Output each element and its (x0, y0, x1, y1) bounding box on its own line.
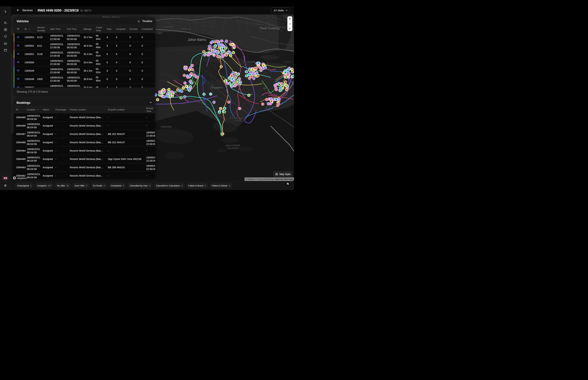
svg-text:2: 2 (273, 99, 274, 101)
svg-text:2: 2 (292, 71, 293, 73)
svg-text:2: 2 (204, 93, 205, 95)
svg-text:4: 4 (169, 88, 170, 91)
svg-text:3: 3 (263, 64, 264, 67)
svg-text:2: 2 (248, 74, 250, 76)
svg-text:2: 2 (213, 101, 214, 103)
svg-text:2: 2 (214, 49, 215, 51)
svg-text:2: 2 (259, 66, 260, 68)
svg-text:2: 2 (221, 40, 222, 42)
svg-text:2: 2 (281, 83, 282, 85)
svg-text:2: 2 (191, 73, 192, 75)
svg-text:2: 2 (164, 96, 165, 98)
svg-text:3: 3 (184, 96, 185, 98)
svg-text:LARKIN: LARKIN (181, 28, 191, 30)
svg-text:4: 4 (166, 95, 168, 97)
svg-text:2: 2 (210, 93, 211, 95)
svg-text:2: 2 (220, 45, 221, 47)
svg-text:4: 4 (184, 82, 186, 84)
svg-text:3: 3 (226, 54, 227, 56)
svg-text:2: 2 (253, 77, 254, 79)
svg-text:JURONG: JURONG (161, 126, 172, 128)
svg-text:5: 5 (233, 80, 234, 82)
svg-text:4: 4 (234, 45, 235, 47)
svg-text:3: 3 (249, 69, 250, 71)
svg-text:2: 2 (239, 108, 240, 110)
svg-text:2: 2 (227, 82, 228, 84)
svg-text:3: 3 (286, 76, 287, 78)
svg-text:2: 2 (263, 68, 264, 70)
svg-text:2: 2 (219, 111, 220, 113)
svg-text:SELETAR: SELETAR (243, 61, 255, 63)
svg-text:DOWNTOWN: DOWNTOWN (230, 117, 246, 119)
svg-text:2: 2 (292, 68, 293, 70)
svg-text:2: 2 (257, 75, 258, 77)
svg-text:3: 3 (171, 91, 172, 93)
svg-text:2: 2 (159, 91, 160, 93)
svg-text:5: 5 (266, 98, 267, 100)
svg-text:2: 2 (190, 80, 191, 82)
svg-text:3: 3 (184, 74, 185, 76)
svg-text:2: 2 (233, 76, 234, 78)
svg-text:3: 3 (271, 100, 272, 102)
svg-text:2: 2 (216, 40, 217, 42)
svg-text:2: 2 (251, 76, 252, 77)
svg-text:2: 2 (233, 72, 234, 74)
svg-text:4: 4 (223, 55, 224, 57)
svg-text:QPG: QPG (263, 87, 269, 90)
svg-text:2: 2 (253, 72, 254, 74)
svg-text:2: 2 (287, 69, 288, 71)
svg-text:2: 2 (282, 85, 283, 87)
svg-text:2: 2 (228, 101, 229, 103)
svg-text:2: 2 (246, 71, 247, 73)
svg-text:ISLANDS: ISLANDS (227, 147, 239, 150)
svg-text:4: 4 (276, 98, 277, 100)
svg-text:1: 1 (222, 133, 223, 135)
svg-text:4: 4 (213, 52, 214, 54)
svg-text:2: 2 (231, 75, 232, 77)
svg-text:3: 3 (230, 52, 231, 55)
svg-text:5: 5 (249, 77, 250, 79)
svg-text:3: 3 (197, 76, 198, 78)
svg-text:2: 2 (232, 78, 233, 80)
svg-text:4: 4 (188, 88, 189, 90)
svg-text:2: 2 (274, 84, 275, 86)
svg-text:2: 2 (208, 54, 209, 56)
svg-text:2: 2 (279, 83, 280, 86)
svg-text:2: 2 (246, 75, 247, 77)
svg-text:3: 3 (262, 103, 263, 105)
svg-text:4: 4 (187, 76, 188, 78)
svg-text:3: 3 (285, 72, 286, 74)
svg-text:3: 3 (270, 98, 271, 100)
svg-text:2: 2 (183, 87, 184, 89)
svg-text:3: 3 (286, 89, 287, 91)
svg-text:4: 4 (280, 87, 281, 89)
svg-text:3: 3 (220, 108, 221, 110)
svg-text:2: 2 (256, 67, 257, 69)
svg-text:2: 2 (155, 94, 156, 96)
svg-text:3: 3 (204, 54, 205, 56)
svg-text:3: 3 (258, 62, 259, 64)
svg-text:3: 3 (239, 83, 240, 85)
svg-text:4: 4 (206, 52, 208, 55)
svg-text:3: 3 (231, 43, 233, 46)
svg-text:3: 3 (278, 103, 279, 105)
svg-text:3: 3 (225, 80, 226, 82)
svg-text:2: 2 (234, 85, 235, 87)
svg-text:3: 3 (238, 79, 239, 81)
svg-text:3: 3 (189, 69, 190, 71)
svg-text:4: 4 (285, 84, 287, 86)
svg-text:4: 4 (265, 67, 266, 69)
svg-text:4: 4 (252, 69, 253, 71)
svg-text:3: 3 (221, 66, 222, 68)
svg-text:4: 4 (223, 45, 225, 47)
svg-text:2: 2 (214, 41, 215, 43)
svg-text:3: 3 (181, 90, 182, 92)
svg-text:2: 2 (209, 45, 210, 47)
svg-text:2: 2 (225, 47, 226, 49)
svg-text:2: 2 (212, 41, 213, 43)
svg-text:2: 2 (203, 51, 204, 53)
svg-text:2: 2 (222, 51, 223, 53)
svg-text:2: 2 (194, 74, 195, 76)
svg-text:Pasir Gudang: Pasir Gudang (260, 26, 280, 30)
svg-text:2: 2 (186, 85, 187, 87)
